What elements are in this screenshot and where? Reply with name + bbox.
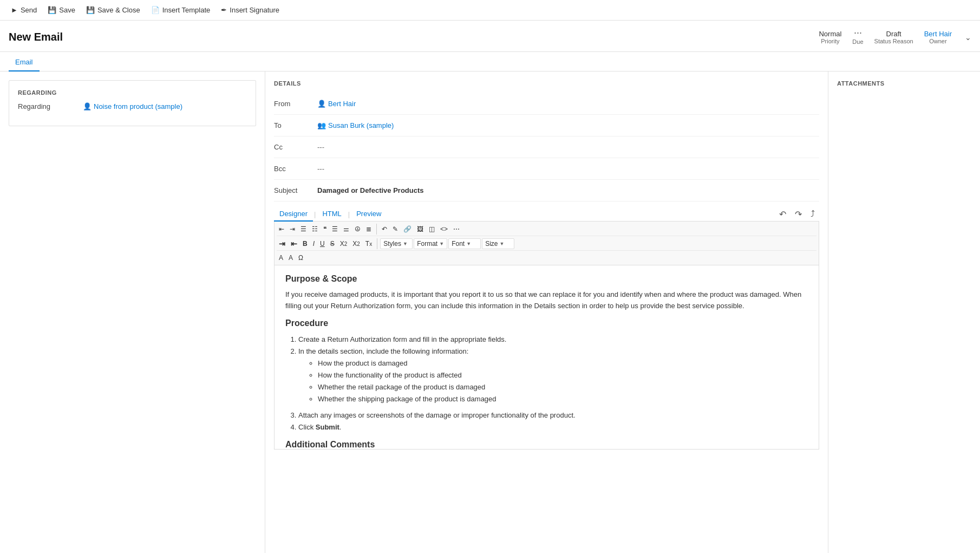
top-toolbar: ► Send 💾 Save 💾 Save & Close 📄 Insert Te… bbox=[0, 0, 980, 21]
priority-meta: Normal Priority bbox=[819, 30, 841, 44]
list-item: Whether the retail package of the produc… bbox=[318, 381, 808, 393]
tb-clearformat[interactable]: Tx bbox=[363, 239, 374, 249]
list-item: Create a Return Authorization form and f… bbox=[298, 334, 808, 346]
tb-align-justify[interactable]: ≣ bbox=[364, 224, 374, 234]
attachments-section-title: ATTACHMENTS bbox=[837, 80, 971, 87]
tb-align-center[interactable]: ⚌ bbox=[341, 224, 351, 234]
cc-value[interactable]: --- bbox=[317, 143, 819, 151]
tb-more[interactable]: ⋯ bbox=[451, 224, 462, 234]
styles-dropdown-arrow: ▼ bbox=[403, 241, 408, 246]
bcc-value[interactable]: --- bbox=[317, 165, 819, 173]
tb-decrease-indent[interactable]: ⇤ bbox=[289, 238, 299, 249]
tb-ol[interactable]: ☷ bbox=[310, 224, 320, 234]
editor-scroll-wrapper: Purpose & Scope If you receive damaged p… bbox=[274, 265, 819, 450]
tab-divider2: | bbox=[347, 210, 351, 218]
insert-signature-button[interactable]: ✒ Insert Signature bbox=[217, 4, 284, 16]
tb-superscript[interactable]: X2 bbox=[350, 239, 362, 249]
list-item: Click Submit. bbox=[298, 421, 808, 433]
editor-tabs: Designer | HTML | Preview ↶ ↷ ⤴ bbox=[274, 207, 819, 222]
sub-bullet-list: How the product is damaged How the funct… bbox=[298, 357, 808, 405]
list-item: Whether the shipping package of the prod… bbox=[318, 393, 808, 405]
signature-icon: ✒ bbox=[221, 6, 227, 14]
regarding-panel: REGARDING Regarding 👤 Noise from product… bbox=[0, 71, 265, 553]
tb-font-color[interactable]: A bbox=[277, 253, 285, 263]
owner-meta: Bert Hair Owner bbox=[924, 30, 952, 44]
tb-subscript[interactable]: X2 bbox=[338, 239, 350, 249]
send-button[interactable]: ► Send bbox=[6, 4, 41, 16]
user-icon: 👤 bbox=[317, 100, 326, 108]
subject-value[interactable]: Damaged or Defective Products bbox=[317, 186, 819, 194]
regarding-section-title: REGARDING bbox=[18, 89, 247, 96]
main-layout: REGARDING Regarding 👤 Noise from product… bbox=[0, 71, 980, 553]
header-meta: Normal Priority ··· Due Draft Status Rea… bbox=[819, 29, 971, 45]
list-item: How the product is damaged bbox=[318, 357, 808, 369]
to-value[interactable]: 👥 Susan Burk (sample) bbox=[317, 121, 819, 129]
insert-template-button[interactable]: 📄 Insert Template bbox=[147, 4, 215, 16]
tb-undo2[interactable]: ↶ bbox=[380, 224, 389, 234]
save-button[interactable]: 💾 Save bbox=[43, 4, 80, 16]
to-row: To 👥 Susan Burk (sample) bbox=[274, 115, 819, 136]
undo-button[interactable]: ↶ bbox=[777, 208, 788, 220]
tab-html[interactable]: HTML bbox=[317, 207, 347, 222]
from-label: From bbox=[274, 100, 317, 108]
tb-ul[interactable]: ☰ bbox=[298, 224, 309, 234]
tb-italic[interactable]: I bbox=[311, 239, 317, 249]
details-section-title: DETAILS bbox=[274, 80, 819, 87]
tb-outdent[interactable]: ⇤ bbox=[277, 224, 286, 234]
editor-toolbar-strip: ⇤ ⇥ ☰ ☷ ❝ ☰ ⚌ ☮ ≣ ↶ ✎ 🔗 🖼 ◫ <> ⋯ bbox=[274, 222, 819, 265]
status-meta: Draft Status Reason bbox=[874, 30, 913, 44]
tb-highlight-color[interactable]: A bbox=[286, 253, 295, 263]
tb-text-dir[interactable]: ✎ bbox=[390, 224, 400, 234]
tb-source[interactable]: <> bbox=[438, 224, 450, 234]
tb-blockquote[interactable]: ❝ bbox=[321, 224, 329, 234]
editor-actions: ↶ ↷ ⤴ bbox=[777, 208, 819, 220]
expand-button[interactable]: ⤴ bbox=[808, 208, 817, 220]
tb-omega[interactable]: Ω bbox=[296, 253, 305, 263]
template-icon: 📄 bbox=[151, 6, 160, 14]
tb-indent[interactable]: ⇥ bbox=[288, 224, 297, 234]
tb-image[interactable]: 🖼 bbox=[415, 224, 426, 234]
from-row: From 👤 Bert Hair bbox=[274, 93, 819, 115]
editor-content-area[interactable]: Purpose & Scope If you receive damaged p… bbox=[274, 265, 819, 450]
tab-designer[interactable]: Designer bbox=[274, 207, 313, 222]
regarding-value[interactable]: 👤 Noise from product (sample) bbox=[83, 102, 182, 110]
content-heading1: Purpose & Scope bbox=[285, 274, 808, 284]
styles-dropdown[interactable]: Styles ▼ bbox=[380, 238, 413, 249]
format-dropdown[interactable]: Format ▼ bbox=[414, 238, 447, 249]
procedure-list: Create a Return Authorization form and f… bbox=[285, 334, 808, 434]
tb-bold[interactable]: B bbox=[300, 239, 310, 249]
tab-email[interactable]: Email bbox=[9, 54, 40, 71]
cc-label: Cc bbox=[274, 143, 317, 151]
bcc-row: Bcc --- bbox=[274, 158, 819, 180]
font-dropdown[interactable]: Font ▼ bbox=[448, 238, 481, 249]
tb-underline[interactable]: U bbox=[318, 239, 327, 249]
content-heading3: Additional Comments bbox=[285, 440, 808, 450]
tab-strip: Email bbox=[0, 52, 980, 71]
subject-label: Subject bbox=[274, 186, 317, 194]
list-item: How the functionality of the product is … bbox=[318, 369, 808, 381]
regarding-field-row: Regarding 👤 Noise from product (sample) bbox=[18, 102, 247, 110]
tb-increase-indent[interactable]: ⇥ bbox=[277, 238, 288, 249]
tb-align-left[interactable]: ☰ bbox=[330, 224, 340, 234]
save-icon: 💾 bbox=[48, 6, 56, 14]
size-dropdown[interactable]: Size ▼ bbox=[482, 238, 514, 249]
tb-strikethrough[interactable]: S bbox=[328, 239, 337, 249]
due-meta: ··· Due bbox=[852, 29, 863, 45]
tab-preview[interactable]: Preview bbox=[351, 207, 387, 222]
redo-button[interactable]: ↷ bbox=[793, 208, 804, 220]
submit-label: Submit bbox=[316, 423, 339, 431]
from-value[interactable]: 👤 Bert Hair bbox=[317, 100, 819, 108]
send-icon: ► bbox=[11, 6, 18, 14]
tb-link[interactable]: 🔗 bbox=[401, 224, 414, 234]
bcc-label: Bcc bbox=[274, 165, 317, 173]
save-close-button[interactable]: 💾 Save & Close bbox=[82, 4, 145, 16]
tab-divider1: | bbox=[313, 210, 317, 218]
contact-icon: 👤 bbox=[83, 102, 92, 110]
tb-align-right[interactable]: ☮ bbox=[352, 224, 363, 234]
font-dropdown-arrow: ▼ bbox=[466, 241, 471, 246]
chevron-down-icon[interactable]: ⌄ bbox=[965, 33, 971, 42]
tb-table[interactable]: ◫ bbox=[427, 224, 437, 234]
save-close-icon: 💾 bbox=[86, 6, 95, 14]
list-item: In the details section, include the foll… bbox=[298, 346, 808, 405]
toolbar-row1: ⇤ ⇥ ☰ ☷ ❝ ☰ ⚌ ☮ ≣ ↶ ✎ 🔗 🖼 ◫ <> ⋯ bbox=[277, 223, 816, 236]
